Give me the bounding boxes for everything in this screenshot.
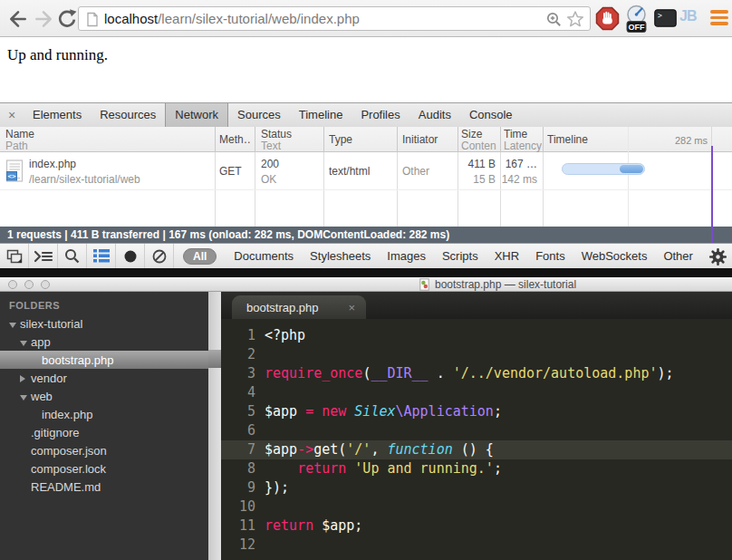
window-title: bootstrap.php — silex-tutorial [435, 278, 576, 291]
tree-item-vendor[interactable]: vendor [0, 369, 208, 387]
chevron-right-icon [20, 372, 31, 385]
column-header-timeline[interactable]: Timeline [547, 127, 611, 152]
editor-tab-strip: bootstrap.php × [221, 292, 732, 319]
request-latency: 142 ms [498, 173, 537, 186]
code-line-7[interactable]: 7$app->get('/', function () { [221, 440, 732, 459]
clear-icon[interactable] [145, 244, 174, 269]
filter-scripts[interactable]: Scripts [442, 249, 478, 263]
chevron-down-icon [20, 335, 31, 349]
line-number: 8 [221, 459, 265, 478]
filter-images[interactable]: Images [387, 249, 426, 263]
code-line-5[interactable]: 5$app = new Silex\Application; [221, 402, 732, 421]
extension-terminal-icon[interactable]: > [654, 9, 677, 31]
tab-close-icon[interactable]: × [348, 301, 355, 314]
filter-fonts[interactable]: Fonts [535, 249, 565, 263]
extension-stop-icon[interactable] [595, 6, 620, 34]
code-line-text: <?php [265, 326, 732, 345]
column-header-name[interactable]: NamePath [5, 127, 187, 152]
dock-to-window-icon[interactable] [0, 244, 29, 269]
code-line-12[interactable]: 12 [221, 536, 732, 555]
url-text: localhost/learn/silex-tutorial/web/index… [104, 11, 360, 26]
column-header-meth[interactable]: Meth… [219, 127, 250, 152]
devtools-tab-profiles[interactable]: Profiles [352, 103, 409, 127]
column-header-size[interactable]: SizeConten [461, 127, 499, 152]
devtools-tab-audits[interactable]: Audits [409, 103, 460, 127]
tree-item-label: .gitignore [31, 426, 79, 439]
zoom-icon[interactable] [545, 11, 563, 32]
tree-item-label: index.php [42, 408, 92, 421]
extension-off-badge-icon[interactable]: OFF [623, 4, 650, 38]
filter-websockets[interactable]: WebSockets [582, 249, 648, 263]
code-line-text: return 'Up and running.'; [265, 459, 732, 478]
forward-icon[interactable] [33, 8, 54, 30]
tree-item-gitignore[interactable]: .gitignore [0, 423, 208, 441]
code-line-3[interactable]: 3require_once(__DIR__ . '/../vendor/auto… [221, 364, 732, 383]
column-header-status[interactable]: StatusText [261, 127, 315, 152]
line-number: 3 [221, 364, 265, 383]
column-header-initiator[interactable]: Initiator [402, 127, 455, 152]
code-line-4[interactable]: 4 [221, 383, 732, 402]
devtools-tab-sources[interactable]: Sources [228, 103, 290, 127]
tree-item-index-php[interactable]: index.php [0, 405, 208, 423]
code-line-6[interactable]: 6 [221, 421, 732, 440]
filter-stylesheets[interactable]: Stylesheets [310, 249, 371, 263]
settings-gear-icon[interactable] [708, 247, 727, 270]
zoom-window-icon[interactable] [41, 280, 50, 289]
tree-item-label: vendor [31, 372, 67, 385]
page-viewport: Up and running. [0, 37, 732, 102]
devtools-tab-elements[interactable]: Elements [24, 103, 91, 127]
filter-other[interactable]: Other [663, 249, 693, 263]
tree-item-composer-lock[interactable]: composer.lock [0, 459, 208, 478]
console-drawer-icon[interactable] [29, 244, 58, 269]
devtools-tab-resources[interactable]: Resources [91, 103, 165, 127]
tree-item-web[interactable]: web [0, 387, 208, 405]
code-line-text [265, 421, 732, 440]
tree-item-app[interactable]: app [0, 333, 208, 351]
network-request-row[interactable]: <> index.php /learn/silex-tutorial/web G… [0, 152, 732, 190]
devtools-tab-timeline[interactable]: Timeline [290, 103, 352, 127]
network-table: NamePathMeth…StatusTextTypeInitiatorSize… [0, 127, 732, 227]
tree-item-bootstrap-php[interactable]: bootstrap.php [0, 351, 208, 369]
code-line-11[interactable]: 11return $app; [221, 517, 732, 536]
editor-tab-bootstrap[interactable]: bootstrap.php × [232, 295, 366, 319]
code-line-2[interactable]: 2 [221, 345, 732, 364]
close-window-icon[interactable] [8, 280, 17, 289]
bookmark-star-icon[interactable] [566, 10, 584, 32]
sidebar-scrollbar-thumb [208, 350, 221, 368]
tree-item-composer-json[interactable]: composer.json [0, 441, 208, 459]
devtools-close-icon[interactable]: × [0, 103, 24, 127]
devtools-tab-network[interactable]: Network [165, 103, 228, 127]
back-icon[interactable] [7, 8, 29, 30]
tree-item-silex-tutorial[interactable]: silex-tutorial [0, 314, 208, 333]
line-number: 1 [221, 326, 265, 345]
column-header-time[interactable]: TimeLatency [504, 127, 542, 152]
devtools-bottom-toolbar: AllDocumentsStylesheetsImagesScriptsXHRF… [0, 243, 732, 268]
filter-xhr[interactable]: XHR [495, 249, 519, 263]
code-line-8[interactable]: 8 return 'Up and running.'; [221, 459, 732, 478]
search-icon[interactable] [58, 244, 87, 269]
line-number: 12 [221, 536, 265, 555]
extension-jb-icon[interactable]: JB [679, 8, 696, 24]
menu-hamburger-icon[interactable] [710, 10, 728, 25]
sidebar-scrollbar[interactable] [208, 292, 221, 560]
page-file-icon [85, 12, 100, 31]
line-number: 4 [221, 383, 265, 402]
filter-documents[interactable]: Documents [234, 249, 294, 263]
url-bar[interactable]: localhost/learn/silex-tutorial/web/index… [78, 6, 591, 31]
resource-rows-icon[interactable] [87, 244, 116, 269]
reload-icon[interactable] [56, 8, 78, 30]
request-name: index.php [29, 158, 76, 170]
code-line-10[interactable]: 10 [221, 497, 732, 517]
devtools-tab-console[interactable]: Console [460, 103, 522, 127]
tree-item-readme-md[interactable]: README.md [0, 478, 208, 496]
chevron-down-icon [9, 317, 20, 331]
minimize-window-icon[interactable] [24, 280, 34, 289]
record-icon[interactable] [116, 244, 145, 269]
code-line-9[interactable]: 9}); [221, 478, 732, 497]
column-header-type[interactable]: Type [329, 127, 392, 152]
tree-item-label: README.md [31, 480, 101, 494]
filter-all[interactable]: All [183, 248, 217, 265]
code-area[interactable]: 1<?php23require_once(__DIR__ . '/../vend… [221, 319, 732, 555]
line-number: 2 [221, 345, 265, 364]
code-line-1[interactable]: 1<?php [221, 326, 732, 345]
